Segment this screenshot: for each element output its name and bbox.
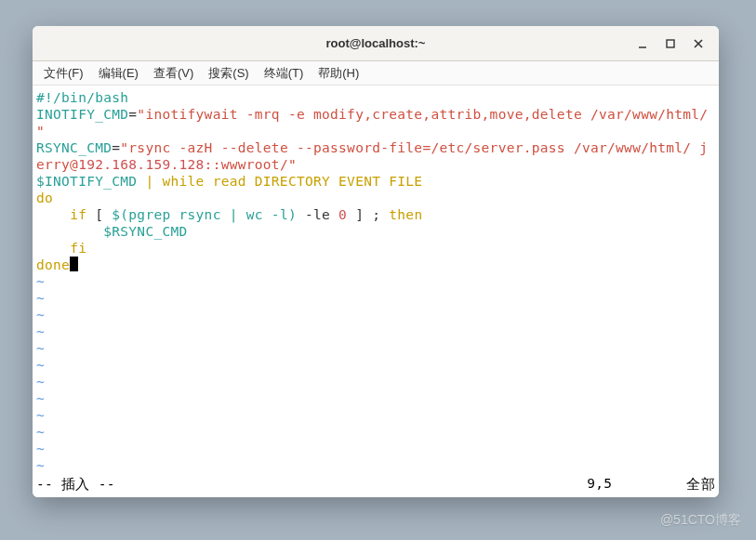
code-if-indent [36, 207, 70, 222]
code-shebang-bash: bash [95, 90, 128, 105]
tilde-line: ~ [36, 408, 45, 423]
window-controls [635, 26, 713, 60]
tilde-line: ~ [36, 341, 45, 356]
vim-scroll: 全部 [686, 476, 715, 494]
vim-mode: -- 插入 -- [36, 476, 115, 494]
tilde-line: ~ [36, 274, 45, 289]
menubar: 文件(F) 编辑(E) 查看(V) 搜索(S) 终端(T) 帮助(H) [33, 61, 719, 86]
minimize-button[interactable] [635, 36, 650, 51]
tilde-line: ~ [36, 291, 45, 306]
code-rsync-ref: RSYNC_CMD [112, 224, 187, 239]
tilde-line: ~ [36, 425, 45, 440]
code-rsync-str2a: erry@ [36, 157, 78, 172]
tilde-line: ~ [36, 441, 45, 456]
cursor [70, 257, 78, 271]
vim-status-line: -- 插入 -- 9,5 全部 [33, 476, 719, 497]
code-if-dollar-open: $( [112, 207, 128, 222]
menu-view[interactable]: 查看(V) [148, 63, 199, 84]
menu-file[interactable]: 文件(F) [38, 63, 89, 84]
vim-position: 9,5 [587, 476, 686, 494]
terminal-content[interactable]: #!/bin/bash INOTIFY_CMD="inotifywait -mr… [33, 86, 719, 476]
code-inotify-var: INOTIFY_CMD [36, 107, 128, 122]
code-if-end: ] ; [347, 207, 389, 222]
code-shebang-bin: bin [61, 90, 86, 105]
maximize-button[interactable] [663, 36, 678, 51]
menu-search[interactable]: 搜索(S) [203, 63, 254, 84]
code-then: then [389, 207, 422, 222]
code-eq2: = [112, 140, 120, 155]
code-inotify-ref: INOTIFY_CMD [45, 174, 137, 189]
code-shebang-slash: / [86, 90, 95, 105]
svg-rect-1 [667, 40, 674, 47]
code-dq3: " [120, 140, 128, 155]
code-dq2: " [36, 124, 45, 138]
code-rsync-str1: rsync -azH --delete --password-file=/etc… [128, 140, 708, 155]
code-if-zero: 0 [338, 207, 347, 222]
tilde-line: ~ [36, 391, 45, 406]
code-dq4: " [288, 157, 297, 172]
menu-terminal[interactable]: 终端(T) [259, 63, 310, 84]
code-dollar2: $ [103, 224, 112, 239]
tilde-line: ~ [36, 458, 45, 473]
code-fi: fi [70, 241, 86, 256]
code-if-pgrep: pgrep rsync | wc -l [128, 207, 288, 222]
code-dollar1: $ [36, 174, 45, 189]
watermark: @51CTO博客 [660, 512, 741, 529]
window-title: root@localhost:~ [326, 36, 426, 50]
code-inotify-str: inotifywait -mrq -e modify,create,attrib… [145, 107, 708, 122]
tilde-line: ~ [36, 375, 45, 389]
code-shebang-prefix: #!/ [36, 90, 61, 105]
code-done: done [36, 257, 70, 272]
code-if: if [70, 207, 86, 222]
menu-edit[interactable]: 编辑(E) [93, 63, 144, 84]
tilde-line: ~ [36, 358, 45, 373]
terminal-window: root@localhost:~ 文件(F) 编辑(E) 查看(V) 搜索(S)… [33, 26, 719, 497]
code-rsync-str2b: ::wwwroot/ [205, 157, 288, 172]
code-rsync-ip: 192.168.159.128 [78, 157, 204, 172]
code-eq1: = [128, 107, 137, 122]
code-pipe-while: | while read DIRECTORY EVENT FILE [137, 174, 422, 189]
code-fi-indent [36, 241, 70, 256]
code-if-cond-a: [ [86, 207, 112, 222]
tilde-line: ~ [36, 308, 45, 323]
code-rsync-var: RSYNC_CMD [36, 140, 112, 155]
code-if-close-paren: ) [288, 207, 297, 222]
close-button[interactable] [691, 36, 706, 51]
code-rsync-indent [36, 224, 103, 239]
tilde-line: ~ [36, 324, 45, 339]
titlebar[interactable]: root@localhost:~ [33, 26, 719, 61]
code-if-mid: -le [297, 207, 338, 222]
code-do: do [36, 191, 53, 205]
status-spacer [115, 476, 588, 494]
menu-help[interactable]: 帮助(H) [312, 63, 365, 84]
